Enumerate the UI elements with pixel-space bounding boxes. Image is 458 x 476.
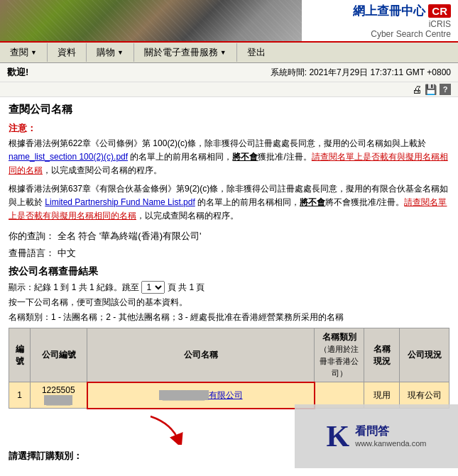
navbar: 查閱 ▼ 資料 購物 ▼ 關於電子查冊服務 ▼ 登出 <box>0 43 458 63</box>
cell-company-id: 1225505████ <box>31 382 87 409</box>
system-time: 系統時間: 2021年7月29日 17:37:11 GMT +0800 <box>271 67 451 79</box>
navbar-item-about[interactable]: 關於電子查冊服務 ▼ <box>134 43 237 62</box>
watermark-overlay: K 看問答 www.kanwenda.com <box>295 404 458 468</box>
results-section-title: 按公司名稱查冊結果 <box>9 265 449 278</box>
results-table: 編號 公司編號 公司名稱 名稱類別（適用於注冊非香港公司） 名稱現況 公司現況 … <box>9 328 449 409</box>
query-info: 你的查詢： 全名 符合 '華為終端(香港)有限公司' <box>9 230 449 243</box>
col-header-company-status: 公司現況 <box>400 328 449 382</box>
welcome-bar: 歡迎! 系統時間: 2021年7月29日 17:37:11 GMT +0800 <box>0 63 458 82</box>
navbar-item-shop[interactable]: 購物 ▼ <box>87 43 134 62</box>
navbar-item-data[interactable]: 資料 <box>48 43 87 62</box>
col-header-name-type: 名稱類別（適用於注冊非香港公司） <box>315 328 364 382</box>
cell-company-name[interactable]: ███████有限公司 <box>87 382 315 409</box>
watermark-site-name: 看問答 <box>355 424 426 439</box>
watermark-text-block: 看問答 www.kanwenda.com <box>355 424 426 448</box>
page-title: 查閱公司名稱 <box>9 103 449 116</box>
notice-section: 注意： 根據香港法例第622章《公司條例》第 100(2)(c)條，除非獲得公司… <box>9 122 449 223</box>
company-name-link[interactable]: 有限公司 <box>209 390 243 400</box>
print-icon[interactable]: 🖨 <box>412 84 422 95</box>
chevron-down-icon: ▼ <box>31 49 37 56</box>
watermark-logo: K 看問答 www.kanwenda.com <box>327 419 427 453</box>
notice-paragraph2: 根據香港法例第637章《有限合伙基金條例》第9(2)(c)條，除非獲得公司註冊處… <box>9 182 449 223</box>
watermark-url: www.kanwenda.com <box>355 439 426 448</box>
col-header-company-id: 公司編號 <box>31 328 87 382</box>
header: 網上查冊中心 CR iCRIS Cyber Search Centre <box>0 0 458 43</box>
red-arrow-svg <box>136 409 193 445</box>
header-title-en2: Cyber Search Centre <box>371 29 451 39</box>
header-background-image <box>0 0 302 41</box>
no-approve-text2: 將不會 <box>300 197 325 207</box>
type-legend: 名稱類別：1 - 法團名稱；2 - 其他法團名稱；3 - 經處長批准在香港經營業… <box>9 311 449 323</box>
header-title-cn: 網上查冊中心 <box>353 3 425 19</box>
navbar-item-logout[interactable]: 登出 <box>237 43 276 62</box>
display-info: 顯示：紀錄 1 到 1 共 1 紀錄。跳至 1 頁 共 1 頁 <box>9 281 449 294</box>
col-header-num: 編號 <box>9 328 31 382</box>
col-header-name-status: 名稱現況 <box>364 328 400 382</box>
query-lang: 查冊語言： 中文 <box>9 247 449 260</box>
main-content: 查閱公司名稱 注意： 根據香港法例第622章《公司條例》第 100(2)(c)條… <box>0 97 458 468</box>
header-cr-badge: CR <box>428 4 451 18</box>
chevron-down-icon-shop: ▼ <box>117 49 124 56</box>
cell-num: 1 <box>9 382 31 409</box>
page-select[interactable]: 1 <box>141 281 165 294</box>
chevron-down-icon-about: ▼ <box>220 49 227 56</box>
notice-paragraph1: 根據香港法例第622章《公司條例》第 100(2)(c)條，除非獲得公司註冊處處… <box>9 137 449 178</box>
welcome-text: 歡迎! <box>7 66 28 79</box>
header-title-en1: iCRIS <box>429 19 451 29</box>
blurred-name-prefix: ███████ <box>159 390 209 400</box>
toolbar-icons: 🖨 💾 ? <box>0 82 458 97</box>
name-list-link3[interactable]: Limited Partnership Fund Name List.pdf <box>45 197 195 207</box>
name-list-link1[interactable]: name_list_section 100(2)(c).pdf <box>9 152 128 162</box>
header-logo-area: 網上查冊中心 CR iCRIS Cyber Search Centre <box>302 0 458 41</box>
navbar-item-query[interactable]: 查閱 ▼ <box>0 43 48 62</box>
no-approve-text1: 將不會 <box>232 152 258 162</box>
save-icon[interactable]: 💾 <box>425 84 437 95</box>
watermark-k-letter: K <box>327 419 350 453</box>
col-header-company-name: 公司名稱 <box>87 328 315 382</box>
notice-label: 注意： <box>9 122 449 135</box>
blurred-id: ████ <box>44 395 72 405</box>
instruction-text: 按一下公司名稱，便可查閱該公司的基本資料。 <box>9 297 449 309</box>
help-icon[interactable]: ? <box>440 84 451 95</box>
